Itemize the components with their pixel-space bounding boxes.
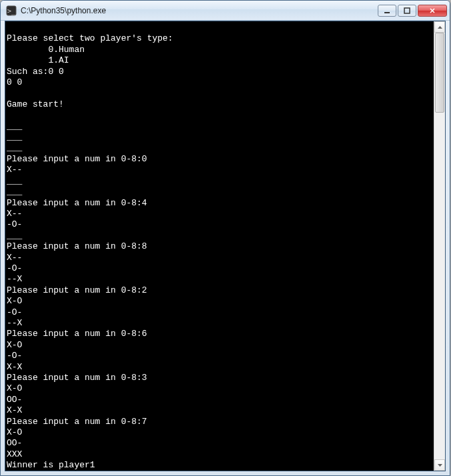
scroll-up-button[interactable] bbox=[434, 21, 445, 33]
maximize-button[interactable] bbox=[398, 5, 416, 17]
scroll-track[interactable] bbox=[434, 33, 445, 459]
window-title: C:\Python35\python.exe bbox=[21, 6, 378, 15]
svg-rect-3 bbox=[404, 8, 410, 13]
svg-text:>_: >_ bbox=[7, 7, 16, 15]
close-button[interactable] bbox=[418, 5, 447, 17]
app-window: >_ C:\Python35\python.exe Please select … bbox=[0, 0, 450, 476]
vertical-scrollbar[interactable] bbox=[434, 21, 445, 471]
minimize-button[interactable] bbox=[378, 5, 396, 17]
app-icon: >_ bbox=[6, 5, 17, 16]
svg-rect-2 bbox=[384, 12, 390, 13]
scroll-down-button[interactable] bbox=[434, 459, 445, 471]
window-controls bbox=[378, 5, 447, 17]
scroll-thumb[interactable] bbox=[435, 33, 444, 113]
console-output[interactable]: Please select two player's type: 0.Human… bbox=[5, 21, 434, 471]
titlebar[interactable]: >_ C:\Python35\python.exe bbox=[1, 1, 450, 21]
client-area: Please select two player's type: 0.Human… bbox=[5, 21, 446, 471]
